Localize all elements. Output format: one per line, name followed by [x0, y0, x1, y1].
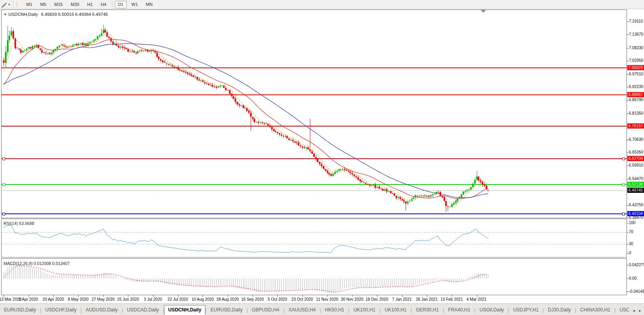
- price-axis-tick-label: 7.02950: [629, 58, 643, 63]
- timeframe-button-d1[interactable]: D1: [115, 1, 127, 8]
- hline-price-label[interactable]: 6.62709: [627, 156, 644, 161]
- chevron-down-icon[interactable]: ▾: [8, 3, 10, 6]
- chart-tab-eurusd-daily[interactable]: EURUSD,Daily: [207, 305, 247, 315]
- hline-price-label[interactable]: 6.40104: [627, 211, 644, 216]
- timeframe-toolbar: M1M5M15M30H1H4D1W1MN: [22, 1, 157, 8]
- date-axis-label: 23 Oct 2020: [292, 297, 313, 302]
- timeframe-button-w1[interactable]: W1: [128, 1, 141, 8]
- date-axis-label: 3 Jul 2020: [144, 297, 162, 302]
- chart-tab-audusd-daily[interactable]: AUDUSD,Daily: [82, 305, 122, 315]
- date-axis-label: 22 Jul 2020: [168, 297, 188, 302]
- symbol-period-label: USDCNH,Daily: [8, 12, 38, 17]
- rsi-axis-tick-label: 70: [629, 230, 633, 234]
- date-axis-label: 16 Sep 2020: [241, 297, 264, 302]
- current-price-label: 6.49745: [627, 188, 644, 193]
- tab-scroll-arrows: ◄►: [629, 306, 643, 313]
- timeframe-button-m30[interactable]: M30: [68, 1, 82, 8]
- chart-tab-bar: EURUSD,Daily|USDCHF,Daily|AUDUSD,Daily|U…: [0, 303, 644, 315]
- chart-tab-usdcad-daily[interactable]: USDCAD,Daily: [123, 305, 163, 315]
- date-axis-label: 27 May 2020: [92, 297, 115, 302]
- macd-axis-tick-label: 0.042275: [629, 263, 644, 267]
- date-axis-label: 7 Jan 2021: [392, 297, 412, 302]
- chart-tab-uk100-h1[interactable]: UK100,H1: [350, 305, 379, 315]
- chart-tab-usoil-daily[interactable]: USOil,Daily: [476, 305, 508, 315]
- date-axis-label: 11 Nov 2020: [316, 297, 338, 302]
- date-axis-label: 20 Apr 2020: [43, 297, 64, 302]
- hline-price-label[interactable]: 6.76157: [627, 123, 644, 129]
- chart-tab-fra40-h1[interactable]: FRA40,H1: [444, 305, 474, 315]
- chart-tab-ger30-h1[interactable]: GER30,H1: [412, 305, 443, 315]
- rsi-axis-tick-label: 0: [629, 251, 631, 255]
- date-axis-label: 5 Oct 2020: [268, 297, 287, 302]
- timeframe-button-mn[interactable]: MN: [143, 1, 156, 8]
- chart-tab-xauusd-h4[interactable]: XAUUSD,H4: [284, 305, 320, 315]
- price-axis-tick-label: 6.92230: [629, 85, 643, 89]
- tab-scroll-right-icon[interactable]: ►: [637, 308, 643, 313]
- price-axis-tick-label: 7.19110: [629, 19, 643, 23]
- top-toolbar: ▾ M1M5M15M30H1H4D1W1MN: [0, 0, 644, 9]
- timeframe-button-h4[interactable]: H4: [97, 1, 109, 8]
- price-axis-tick-label: 6.43750: [629, 203, 643, 207]
- macd-axis-tick-label: 0.00: [629, 276, 636, 280]
- date-axis-label: 1 Apr 2020: [19, 297, 38, 302]
- date-axis-label: 18 Dec 2020: [366, 297, 389, 302]
- hline-price-label[interactable]: 6.88897: [627, 92, 644, 97]
- mt4-window: ▾ M1M5M15M30H1H4D1W1MN ▼USDCNH,Daily6.49…: [0, 0, 644, 315]
- date-axis-label: 15 Jun 2020: [117, 297, 139, 302]
- date-axis-label: 13 Feb 2021: [441, 297, 463, 302]
- macd-axis-tick-label: -0.04148: [629, 289, 644, 294]
- chart-tab-china300-h1[interactable]: CHINA300,H1: [576, 305, 614, 315]
- price-axis-tick-label: 7.13670: [629, 32, 643, 36]
- date-axis-label: 28 Aug 2020: [217, 297, 239, 302]
- rsi-indicator-label: RSI(14) 53.5698: [4, 221, 34, 226]
- price-axis-tick-label: 6.70630: [629, 137, 643, 142]
- rsi-axis-tick-label: 100: [629, 221, 636, 225]
- price-axis-tick-label: 6.54470: [629, 177, 643, 181]
- price-axis-tick-label: 6.86790: [629, 98, 643, 102]
- hline-price-label[interactable]: 7.00029: [627, 65, 644, 70]
- timeframe-button-m1[interactable]: M1: [23, 1, 35, 8]
- tab-scroll-left-icon[interactable]: ◄: [630, 308, 637, 313]
- chart-tab-dj30-daily[interactable]: DJ30,Daily: [544, 305, 575, 315]
- chart-tab-usdchf-daily[interactable]: USDCHF,Daily: [41, 305, 81, 315]
- timeframe-button-m5[interactable]: M5: [37, 1, 49, 8]
- toolbar-separator: [13, 1, 14, 8]
- price-axis-tick-label: 6.65350: [629, 150, 643, 154]
- chart-tab-usdjpy-h1[interactable]: USDJPY,H1: [509, 305, 542, 315]
- date-axis-label: 13 Mar 2020: [0, 297, 21, 302]
- chart-tab-uk100-h1[interactable]: UK100,H1: [381, 305, 410, 315]
- timeframe-button-m15[interactable]: M15: [51, 1, 66, 8]
- draw-tool-icon[interactable]: [1, 1, 8, 8]
- date-axis-label: 10 Aug 2020: [191, 297, 214, 302]
- chart-tab-usdcnh-daily[interactable]: USDCNH,Daily: [164, 305, 205, 315]
- toolbar-grip[interactable]: [17, 2, 19, 7]
- chart-title: ▼USDCNH,Daily6.49839 6.50016 6.49364 6.4…: [4, 12, 108, 17]
- timeframe-button-h1[interactable]: H1: [84, 1, 96, 8]
- ohlc-values-label: 6.49839 6.50016 6.49364 6.49745: [41, 12, 108, 17]
- chart-tab-eurusd-daily[interactable]: EURUSD,Daily: [0, 305, 40, 315]
- rsi-axis-tick-label: 30: [629, 242, 633, 246]
- price-axis-tick-label: 6.97510: [629, 72, 643, 76]
- chart-tab-gbpusd-h4[interactable]: GBPUSD,H4: [248, 305, 283, 315]
- date-axis-label: 4 Mar 2021: [466, 297, 487, 302]
- date-axis-label: 8 May 2020: [68, 297, 89, 302]
- toolbar-separator: [112, 1, 112, 8]
- chart-canvas[interactable]: [0, 0, 644, 315]
- hline-price-label[interactable]: 6.52138: [627, 182, 644, 187]
- date-axis-label: 26 Jan 2021: [416, 297, 438, 302]
- macd-indicator-label: MACD(12,26,9) 0.012008 0.013407: [4, 261, 70, 266]
- collapse-indicators-icon[interactable]: ▼: [4, 13, 7, 16]
- date-axis-label: 30 Nov 2020: [341, 297, 364, 302]
- price-axis-tick-label: 7.08230: [629, 46, 643, 50]
- price-axis-tick-label: 6.81350: [629, 111, 643, 115]
- price-axis-tick-label: 6.59910: [629, 163, 643, 167]
- chart-tab-hk50-h1[interactable]: HK50,H1: [321, 305, 348, 315]
